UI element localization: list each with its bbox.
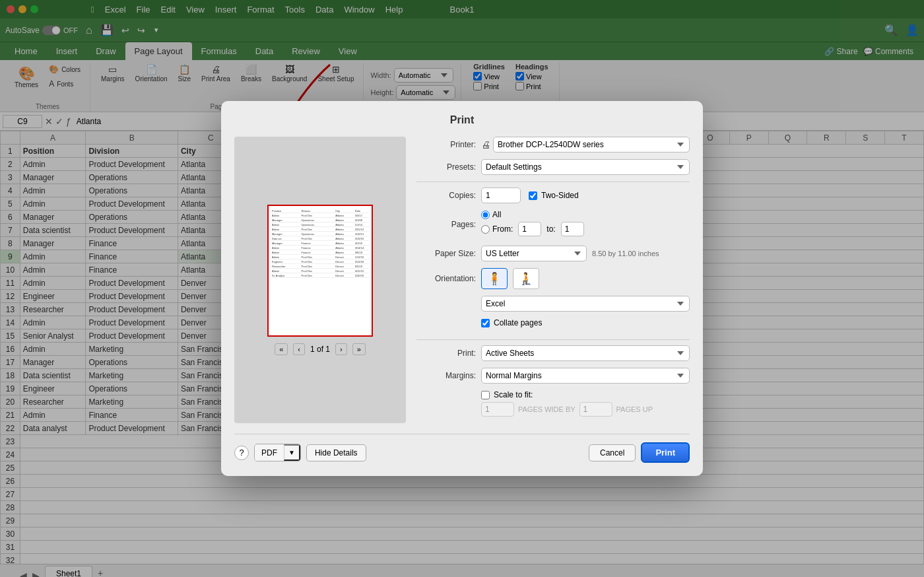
collate-text: Collate pages bbox=[494, 318, 542, 327]
paper-size-label: Paper Size: bbox=[416, 249, 476, 258]
margins-control[interactable]: Normal Margins bbox=[481, 368, 690, 384]
preview-prev-button[interactable]: ‹ bbox=[293, 343, 305, 355]
orientation-control: 🧍 🧎 bbox=[481, 268, 690, 289]
paper-size-control: US Letter 8.50 by 11.00 inches bbox=[481, 246, 690, 261]
paper-size-row: Paper Size: US Letter 8.50 by 11.00 inch… bbox=[416, 246, 690, 261]
presets-select[interactable]: Default Settings bbox=[481, 159, 690, 175]
scale-text: Scale to fit: bbox=[494, 390, 533, 399]
print-sheets-select[interactable]: Active Sheets bbox=[481, 345, 690, 361]
scale-row: Scale to fit: PAGES WIDE BY PAGES UP bbox=[416, 390, 690, 417]
excel-dropdown-row: Excel bbox=[416, 296, 690, 312]
printer-label: Printer: bbox=[416, 140, 476, 149]
collate-row: Collate pages bbox=[416, 318, 690, 333]
pages-from-input[interactable] bbox=[518, 222, 541, 236]
print-sheets-label: Print: bbox=[416, 349, 476, 358]
cancel-button[interactable]: Cancel bbox=[589, 444, 636, 461]
printer-control[interactable]: 🖨 Brother DCP-L2540DW series bbox=[481, 137, 690, 153]
pdf-dropdown-button[interactable]: ▼ bbox=[284, 444, 300, 461]
margins-row: Margins: Normal Margins bbox=[416, 368, 690, 384]
print-settings: Printer: 🖨 Brother DCP-L2540DW series Pr… bbox=[416, 137, 690, 423]
copies-label: Copies: bbox=[416, 191, 476, 200]
collate-checkbox-row: Collate pages bbox=[481, 318, 690, 327]
paper-size-select[interactable]: US Letter bbox=[481, 246, 587, 261]
copies-control: Two-Sided bbox=[481, 187, 690, 203]
pages-to-input[interactable] bbox=[561, 222, 584, 236]
excel-dropdown-control[interactable]: Excel bbox=[481, 296, 690, 312]
preview-content: PositionDivisionCityDate AdminProd DevAt… bbox=[271, 209, 369, 278]
scale-x-label: PAGES WIDE BY bbox=[518, 405, 576, 413]
landscape-icon: 🧎 bbox=[519, 271, 533, 286]
orientation-label: Orientation: bbox=[416, 274, 476, 283]
portrait-icon: 🧍 bbox=[487, 271, 502, 286]
scale-h-input bbox=[579, 402, 612, 417]
print-footer: ? PDF ▼ Hide Details Cancel Print bbox=[234, 434, 690, 463]
print-button[interactable]: Print bbox=[641, 442, 690, 463]
two-sided-row: Two-Sided bbox=[529, 191, 579, 200]
portrait-button[interactable]: 🧍 bbox=[481, 268, 508, 289]
pages-all-text: All bbox=[492, 210, 501, 219]
hide-details-button[interactable]: Hide Details bbox=[306, 444, 366, 461]
pages-row: Pages: All From: bbox=[416, 210, 690, 239]
excel-dropdown-select[interactable]: Excel bbox=[481, 296, 690, 312]
scale-y-label: PAGES UP bbox=[616, 405, 653, 413]
landscape-button[interactable]: 🧎 bbox=[513, 268, 539, 289]
presets-label: Presets: bbox=[416, 162, 476, 172]
pdf-button-group: PDF ▼ bbox=[254, 444, 301, 461]
footer-left: ? PDF ▼ Hide Details bbox=[234, 444, 366, 461]
pages-to-text: to: bbox=[546, 224, 555, 234]
copies-row: Copies: Two-Sided bbox=[416, 187, 690, 203]
print-dialog-body: PositionDivisionCityDate AdminProd DevAt… bbox=[234, 137, 690, 423]
pages-all-label[interactable]: All bbox=[481, 210, 501, 219]
collate-checkbox[interactable] bbox=[481, 319, 490, 327]
two-sided-checkbox[interactable] bbox=[529, 191, 537, 200]
copies-input[interactable] bbox=[481, 187, 521, 203]
preview-last-button[interactable]: » bbox=[352, 343, 366, 355]
pages-control: All From: to: bbox=[481, 210, 690, 239]
printer-icon: 🖨 bbox=[481, 139, 490, 150]
paper-size-dims: 8.50 by 11.00 inches bbox=[592, 250, 659, 257]
help-button[interactable]: ? bbox=[234, 446, 249, 460]
pages-from-radio[interactable] bbox=[481, 225, 490, 234]
pdf-button[interactable]: PDF bbox=[255, 445, 284, 461]
collate-control: Collate pages bbox=[481, 318, 690, 333]
preview-page: PositionDivisionCityDate AdminProd DevAt… bbox=[267, 205, 373, 337]
two-sided-label: Two-Sided bbox=[541, 191, 579, 200]
orientation-row: Orientation: 🧍 🧎 bbox=[416, 268, 690, 289]
print-sheets-control[interactable]: Active Sheets bbox=[481, 345, 690, 361]
printer-row: Printer: 🖨 Brother DCP-L2540DW series bbox=[416, 137, 690, 153]
print-dialog-title: Print bbox=[234, 114, 690, 126]
presets-control[interactable]: Default Settings bbox=[481, 159, 690, 175]
dialog-overlay: Print PositionDivisionCityDate AdminProd… bbox=[0, 0, 924, 577]
pages-label: Pages: bbox=[416, 220, 476, 229]
preview-first-button[interactable]: « bbox=[275, 343, 288, 355]
pages-from-label[interactable]: From: bbox=[481, 224, 513, 234]
preview-page-number: 1 of 1 bbox=[310, 345, 330, 354]
preview-next-button[interactable]: › bbox=[335, 343, 347, 355]
margins-select[interactable]: Normal Margins bbox=[481, 368, 690, 384]
scale-control: Scale to fit: PAGES WIDE BY PAGES UP bbox=[481, 390, 690, 417]
preview-navigation: « ‹ 1 of 1 › » bbox=[275, 343, 366, 355]
print-dialog: Print PositionDivisionCityDate AdminProd… bbox=[221, 101, 703, 476]
print-sheets-row: Print: Active Sheets bbox=[416, 345, 690, 361]
scale-checkbox[interactable] bbox=[481, 391, 490, 399]
scale-w-input bbox=[481, 402, 514, 417]
footer-right: Cancel Print bbox=[589, 442, 690, 463]
pages-from-text: From: bbox=[492, 224, 513, 234]
printer-select[interactable]: Brother DCP-L2540DW series bbox=[493, 137, 690, 153]
margins-label: Margins: bbox=[416, 371, 476, 380]
presets-row: Presets: Default Settings bbox=[416, 159, 690, 175]
pages-all-radio[interactable] bbox=[481, 211, 490, 219]
print-preview: PositionDivisionCityDate AdminProd DevAt… bbox=[234, 137, 406, 423]
